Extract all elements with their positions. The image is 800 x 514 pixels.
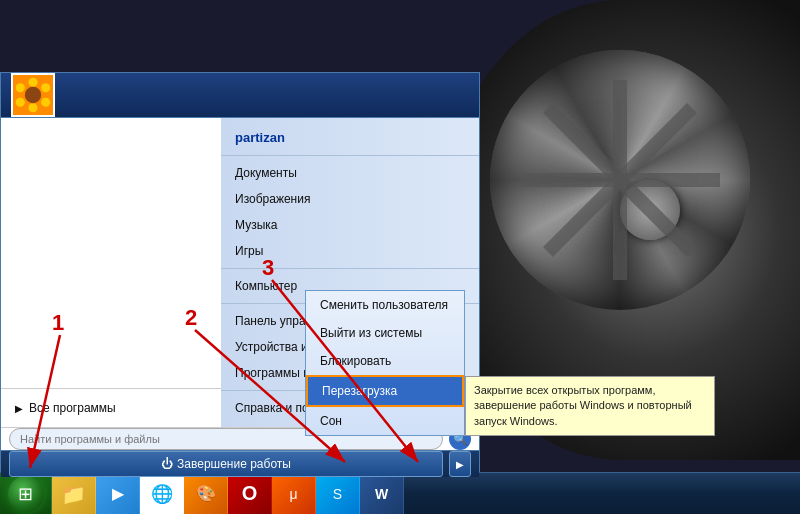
shutdown-button[interactable]: ⏻ Завершение работы: [9, 451, 443, 477]
all-programs-label: Все программы: [29, 401, 116, 415]
logout-item[interactable]: Выйти из системы: [306, 319, 464, 347]
tooltip-text: Закрытие всех открытых программ, заверше…: [474, 384, 692, 427]
start-menu-header: [1, 73, 479, 118]
divider-2: [221, 268, 479, 269]
word-taskbar-button[interactable]: W: [360, 473, 404, 515]
svg-point-5: [28, 78, 37, 87]
restart-item[interactable]: Перезагрузка: [306, 375, 464, 407]
images-item[interactable]: Изображения: [221, 186, 479, 212]
left-panel-programs: [1, 118, 221, 388]
wheel-spokes-svg: [490, 50, 750, 310]
music-item[interactable]: Музыка: [221, 212, 479, 238]
taskbar: ⊞ 📁 ▶ 🌐 🎨 O μ S W: [0, 472, 800, 514]
sleep-item[interactable]: Сон: [306, 407, 464, 435]
svg-point-6: [41, 83, 50, 92]
skype-taskbar-button[interactable]: S: [316, 473, 360, 515]
username-item[interactable]: partizan: [221, 124, 479, 151]
lock-item[interactable]: Блокировать: [306, 347, 464, 375]
shutdown-label: Завершение работы: [177, 457, 291, 471]
chrome-taskbar-button[interactable]: 🌐: [140, 473, 184, 515]
tooltip: Закрытие всех открытых программ, заверше…: [465, 376, 715, 436]
opera-taskbar-button[interactable]: O: [228, 473, 272, 515]
svg-point-10: [16, 83, 25, 92]
shutdown-arrow-button[interactable]: ▶: [449, 451, 471, 477]
divider-1: [221, 155, 479, 156]
all-programs-arrow-icon: ▶: [15, 403, 23, 414]
torrent-taskbar-button[interactable]: μ: [272, 473, 316, 515]
paint-taskbar-button[interactable]: 🎨: [184, 473, 228, 515]
documents-item[interactable]: Документы: [221, 160, 479, 186]
left-panel: ▶ Все программы: [1, 118, 221, 427]
power-submenu: Сменить пользователя Выйти из системы Бл…: [305, 290, 465, 436]
desktop: ▶ Все программы partizan Документы Изобр…: [0, 0, 800, 514]
explorer-taskbar-button[interactable]: 📁: [52, 473, 96, 515]
user-avatar: [11, 73, 55, 117]
games-item[interactable]: Игры: [221, 238, 479, 264]
svg-point-9: [16, 98, 25, 107]
windows-logo-icon: ⊞: [18, 483, 33, 505]
start-orb: ⊞: [8, 476, 44, 512]
start-button[interactable]: ⊞: [0, 473, 52, 515]
svg-point-7: [41, 98, 50, 107]
shutdown-area: ⏻ Завершение работы ▶: [1, 450, 479, 477]
svg-point-11: [25, 87, 41, 103]
power-icon: ⏻: [161, 457, 173, 471]
media-player-taskbar-button[interactable]: ▶: [96, 473, 140, 515]
svg-point-8: [28, 103, 37, 112]
all-programs-button[interactable]: ▶ Все программы: [1, 395, 221, 421]
switch-user-item[interactable]: Сменить пользователя: [306, 291, 464, 319]
left-panel-bottom: ▶ Все программы: [1, 388, 221, 427]
